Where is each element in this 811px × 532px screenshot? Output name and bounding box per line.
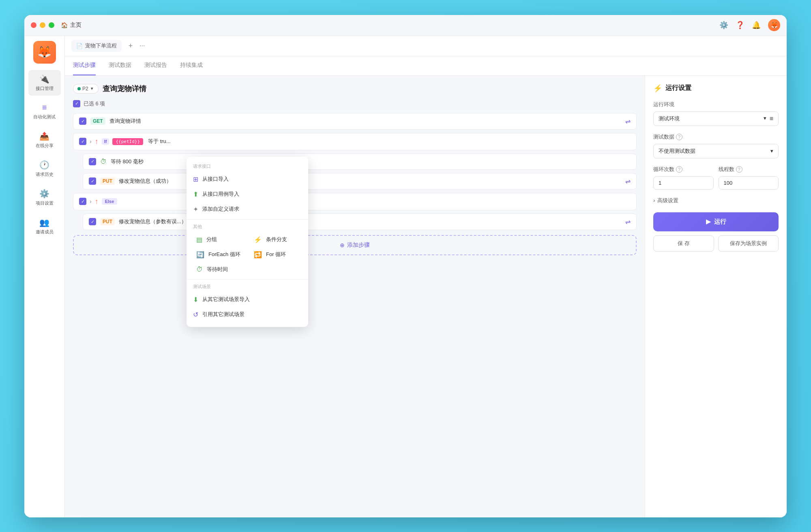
import-api-icon: ⊞ [193,175,198,183]
select-all-checkbox[interactable]: ✓ [73,100,80,107]
close-button[interactable] [31,22,36,28]
bell-icon[interactable]: 🔔 [752,21,761,30]
step-condition: ✓ › ↑ If {{petId}} 等于 tru... [73,133,637,150]
minimize-button[interactable] [40,22,45,28]
env-select[interactable]: 测试环境 ▾ ≡ [653,111,779,126]
sidebar-item-share[interactable]: 📤 在线分享 [28,127,61,153]
data-select[interactable]: 不使用测试数据 ▾ [653,144,779,158]
step-put-success: ✓ PUT 修改宠物信息（成功） ⇌ [83,173,637,190]
sidebar-label-share: 在线分享 [36,143,54,149]
selected-count-row: ✓ 已选 6 项 [73,100,637,107]
help-icon[interactable]: ❓ [736,21,744,30]
dropdown-item-ref-scene[interactable]: ↺ 引用其它测试场景 [187,307,308,322]
sidebar-item-invite[interactable]: 👥 邀请成员 [28,214,61,239]
tab-add-button[interactable]: + [125,40,136,51]
add-step-button[interactable]: ⊕ 添加步骤 [73,235,637,255]
env-value: 测试环境 [659,115,680,122]
dropdown-menu: 请求接口 ⊞ 从接口导入 ⬆ 从接口用例导入 ✦ 添加自定义请求 [187,157,308,327]
dropdown-item-for[interactable]: 🔁 For 循环 [247,247,305,262]
loop-field: 循环次数 ? [653,166,714,190]
advanced-label: 高级设置 [657,197,678,204]
else-arrow-icon: ↑ [95,197,99,206]
dropdown-item-foreach[interactable]: 🔄 ForEach 循环 [190,247,247,262]
condition-text: 等于 tru... [148,138,171,145]
dropdown-item-wait[interactable]: ⏱ 等待时间 [190,262,247,277]
step-name-1: 查询宠物详情 [109,118,621,125]
for-icon: 🔁 [254,251,262,259]
step-checkbox-5[interactable]: ✓ [79,198,86,205]
step-link-icon-4[interactable]: ⇌ [625,177,631,185]
sidebar-label-api: 接口管理 [36,85,54,92]
step-link-icon-1[interactable]: ⇌ [625,118,631,125]
tab-test-steps[interactable]: 测试步骤 [73,56,96,75]
step-checkbox-4[interactable]: ✓ [89,177,96,185]
if-badge: If [102,138,109,145]
step-method-put-2: PUT [100,218,115,225]
sidebar-item-api[interactable]: 🔌 接口管理 [28,70,61,96]
step-link-icon-6[interactable]: ⇌ [625,218,631,226]
tab-test-report[interactable]: 测试报告 [144,56,167,75]
priority-dot [77,87,81,90]
home-icon: 🏠 [61,22,68,28]
dropdown-item-custom[interactable]: ✦ 添加自定义请求 [187,202,308,217]
data-label: 测试数据 ? [653,133,779,141]
advanced-toggle[interactable]: › 高级设置 [653,197,779,204]
avatar[interactable]: 🦊 [768,19,780,31]
settings-panel-icon: ⚡ [653,84,662,93]
import-scene-label: 从其它测试场景导入 [202,296,250,303]
step-checkbox-3[interactable]: ✓ [89,158,96,165]
dropdown-item-import-scene[interactable]: ⬇ 从其它测试场景导入 [187,292,308,307]
maximize-button[interactable] [49,22,54,28]
condition-icon: ⚡ [254,236,262,244]
step-checkbox-6[interactable]: ✓ [89,218,96,225]
divider-2 [187,279,308,280]
condition-label: 条件分支 [266,236,287,243]
step-checkbox-2[interactable]: ✓ [79,138,86,145]
save-button[interactable]: 保 存 [653,235,714,252]
dropdown-item-import-api[interactable]: ⊞ 从接口导入 [187,172,308,187]
loop-input[interactable] [653,176,714,190]
env-field: 运行环境 测试环境 ▾ ≡ [653,101,779,126]
dropdown-item-import-case[interactable]: ⬆ 从接口用例导入 [187,187,308,202]
settings-icon[interactable]: ⚙️ [719,21,728,30]
page-content: P2 ▼ 查询宠物详情 ✓ 已选 6 项 ✓ GET 查询宠物详情 [65,76,787,517]
tab-icon: 📄 [76,43,83,49]
settings-panel: ⚡ 运行设置 运行环境 测试环境 ▾ ≡ [645,76,787,517]
titlebar-home[interactable]: 🏠 主页 [61,21,82,29]
sidebar-item-autotest[interactable]: ≡ 自动化测试 [28,99,61,124]
data-info-icon: ? [676,134,682,140]
tab-test-data[interactable]: 测试数据 [109,56,131,75]
sidebar-item-settings[interactable]: ⚙️ 项目设置 [28,185,61,210]
add-step-icon: ⊕ [340,242,345,248]
tab-ci[interactable]: 持续集成 [180,56,203,75]
priority-badge[interactable]: P2 ▼ [73,84,99,94]
env-label: 运行环境 [653,101,779,108]
step-method-get: GET [90,118,105,125]
dropdown-item-condition[interactable]: ⚡ 条件分支 [247,232,305,247]
petid-tag: {{petId}} [112,138,143,145]
loop-thread-row: 循环次数 ? 线程数 ? [653,166,779,190]
data-value: 不使用测试数据 [659,147,695,155]
tab-pet-order[interactable]: 📄 宠物下单流程 [71,40,122,52]
import-api-label: 从接口导入 [202,175,229,183]
foreach-icon: 🔄 [196,251,204,259]
sidebar-item-history[interactable]: 🕐 请求历史 [28,156,61,182]
save-scene-button[interactable]: 保存为场景实例 [718,235,779,252]
dropdown-section-api: 请求接口 [187,162,308,172]
history-icon: 🕐 [39,160,49,170]
run-button[interactable]: ▶ 运行 [653,212,779,231]
group-label: 分组 [206,236,217,243]
step-checkbox-1[interactable]: ✓ [79,118,86,125]
dropdown-item-group[interactable]: ▤ 分组 [190,232,247,247]
chevron-right-icon: › [653,197,655,203]
import-case-icon: ⬆ [193,190,198,198]
proj-settings-icon: ⚙️ [39,189,49,199]
thread-input[interactable] [719,176,779,190]
tab-more-button[interactable]: ··· [139,42,145,49]
step-method-put-1: PUT [100,177,115,185]
sub-tabs: 测试步骤 测试数据 测试报告 持续集成 [65,56,787,76]
dropdown-section-scene: 测试场景 [187,282,308,292]
step-expand-icon[interactable]: › [90,138,92,145]
step-expand-icon-2[interactable]: › [90,198,92,205]
foreach-label: ForEach 循环 [208,251,240,258]
